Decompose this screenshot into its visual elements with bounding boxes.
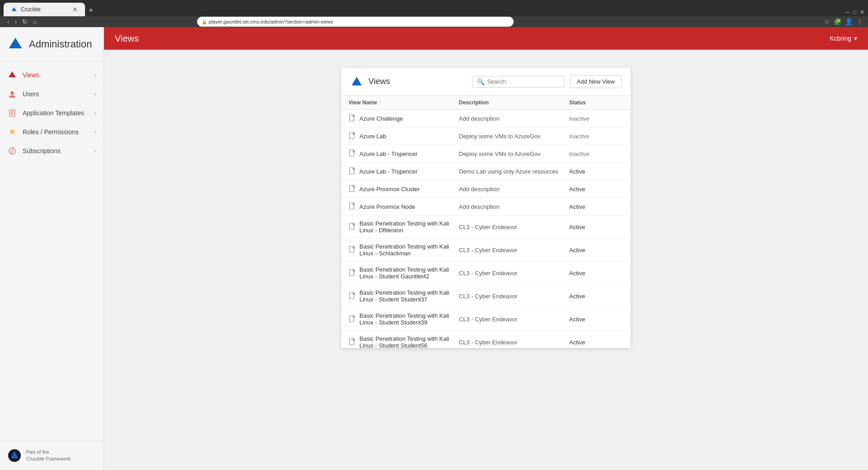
- app-container: Administration Views › Users ›: [0, 27, 868, 470]
- subscriptions-label: Subscriptions: [23, 147, 89, 155]
- forward-button[interactable]: ›: [13, 17, 19, 26]
- table-header-row: View Name ↑ Description Status: [341, 96, 631, 110]
- tab-close-button[interactable]: ✕: [72, 6, 78, 13]
- column-header-name[interactable]: View Name ↑: [349, 99, 459, 106]
- column-name-label: View Name: [349, 99, 377, 106]
- table-row[interactable]: Azure Lab - Trspencer Demo Lab using onl…: [341, 163, 631, 180]
- row-file-icon: [349, 150, 356, 158]
- row-file-icon: [349, 315, 356, 323]
- row-name-cell: Azure Lab - Trspencer: [349, 150, 459, 158]
- tab-bar: Crucible ✕ + ─ □ ✕: [0, 0, 868, 16]
- application-templates-label: Application Templates: [23, 109, 89, 117]
- back-button[interactable]: ‹: [5, 17, 11, 26]
- sidebar-header: Administration: [0, 27, 104, 62]
- bookmark-icon[interactable]: ☆: [824, 18, 830, 25]
- table-row[interactable]: Basic Penetration Testing with Kali Linu…: [341, 285, 631, 308]
- table-row[interactable]: Basic Penetration Testing with Kali Linu…: [341, 331, 631, 348]
- row-description-cell: CL3 - Cyber Endeavor: [459, 316, 569, 323]
- footer-logo-icon: [7, 448, 22, 463]
- views-table: View Name ↑ Description Status Azure Cha…: [341, 96, 631, 348]
- table-row[interactable]: Basic Penetration Testing with Kali Linu…: [341, 262, 631, 285]
- row-description-cell: CL3 - Cyber Endeavor: [459, 247, 569, 254]
- url-bar[interactable]: 🔒 player.gauntlet.sei.cmu.edu/admin?sect…: [197, 17, 514, 27]
- row-name: Azure Challenge: [359, 115, 403, 122]
- extensions-icon[interactable]: 🧩: [834, 18, 841, 25]
- sidebar-navigation: Views › Users › Application Templates ›: [0, 62, 104, 441]
- svg-marker-11: [352, 77, 362, 85]
- row-status-cell: Active: [569, 316, 623, 323]
- svg-point-3: [10, 91, 14, 95]
- tab-favicon-icon: [11, 6, 17, 13]
- footer-text: Part of the Crucible Framework: [26, 449, 71, 463]
- row-file-icon: [349, 292, 356, 300]
- minimize-button[interactable]: ─: [845, 9, 849, 15]
- subscriptions-icon: [7, 146, 17, 156]
- profile-icon[interactable]: 👤: [845, 18, 853, 25]
- row-name-cell: Azure Proxmox Cluster: [349, 185, 459, 193]
- sidebar-item-users[interactable]: Users ›: [0, 85, 104, 103]
- row-file-icon: [349, 223, 356, 231]
- row-name: Basic Penetration Testing with Kali Linu…: [359, 335, 459, 348]
- users-chevron-icon: ›: [94, 91, 96, 97]
- search-input[interactable]: [487, 78, 560, 85]
- footer-line2: Crucible Framework: [26, 456, 71, 462]
- row-description-cell: CL3 - Cyber Endeavor: [459, 339, 569, 346]
- sidebar-item-roles-permissions[interactable]: Roles / Permissions ›: [0, 122, 104, 141]
- footer-line1: Part of the: [26, 449, 71, 456]
- browser-tab-active[interactable]: Crucible ✕: [4, 3, 85, 16]
- search-icon: 🔍: [477, 78, 485, 85]
- table-row[interactable]: Azure Lab Deploy some VMs to AzureGov In…: [341, 127, 631, 145]
- row-name: Azure Proxmox Cluster: [359, 186, 420, 193]
- table-row[interactable]: Azure Proxmox Cluster Add description Ac…: [341, 180, 631, 198]
- add-new-view-button[interactable]: Add New View: [570, 75, 622, 88]
- menu-icon[interactable]: ⋮: [856, 18, 863, 25]
- new-tab-button[interactable]: +: [85, 6, 97, 15]
- row-description-cell: CL3 - Cyber Endeavor: [459, 270, 569, 277]
- row-name: Azure Lab: [359, 133, 386, 140]
- row-status-cell: Active: [569, 270, 623, 277]
- home-button[interactable]: ⌂: [31, 17, 38, 26]
- sidebar-item-subscriptions[interactable]: Subscriptions ›: [0, 141, 104, 160]
- row-status-cell: Active: [569, 168, 623, 175]
- close-button[interactable]: ✕: [860, 9, 864, 15]
- table-row[interactable]: Basic Penetration Testing with Kali Linu…: [341, 216, 631, 239]
- column-header-description: Description: [459, 99, 569, 106]
- sidebar-footer: Part of the Crucible Framework: [0, 441, 104, 470]
- top-bar: Views Kcbring ▾: [104, 27, 868, 50]
- table-row[interactable]: Basic Penetration Testing with Kali Linu…: [341, 308, 631, 331]
- search-box[interactable]: 🔍: [472, 76, 565, 88]
- user-menu-button[interactable]: Kcbring ▾: [830, 35, 857, 42]
- svg-marker-1: [9, 38, 22, 48]
- svg-marker-2: [9, 71, 16, 77]
- panel-header: Views 🔍 Add New View: [341, 68, 631, 96]
- row-name-cell: Basic Penetration Testing with Kali Linu…: [349, 243, 459, 257]
- row-description-cell: Add description: [459, 115, 569, 122]
- table-row[interactable]: Azure Challenge Add description Inactive: [341, 110, 631, 127]
- table-row[interactable]: Basic Penetration Testing with Kali Linu…: [341, 239, 631, 262]
- table-row[interactable]: Azure Lab - Trspencer Deploy some VMs to…: [341, 145, 631, 163]
- column-header-status: Status: [569, 99, 623, 106]
- users-icon: [7, 89, 17, 99]
- row-status-cell: Active: [569, 224, 623, 230]
- maximize-button[interactable]: □: [853, 9, 856, 15]
- roles-permissions-chevron-icon: ›: [94, 129, 96, 135]
- panel-logo-icon: [350, 75, 363, 88]
- row-description-cell: Demo Lab using only Azure resources: [459, 168, 569, 175]
- address-bar: ‹ › ↻ ⌂ 🔒 player.gauntlet.sei.cmu.edu/ad…: [0, 16, 868, 27]
- refresh-button[interactable]: ↻: [20, 17, 29, 26]
- row-description-cell: Add description: [459, 203, 569, 210]
- row-status-cell: Active: [569, 339, 623, 346]
- sidebar-item-views[interactable]: Views ›: [0, 66, 104, 85]
- row-name: Azure Proxmox Node: [359, 203, 415, 210]
- sidebar-item-application-templates[interactable]: Application Templates ›: [0, 103, 104, 122]
- roles-permissions-icon: [7, 127, 17, 137]
- row-name: Basic Penetration Testing with Kali Linu…: [359, 312, 459, 326]
- table-row[interactable]: Azure Proxmox Node Add description Activ…: [341, 198, 631, 216]
- row-description-cell: Add description: [459, 186, 569, 193]
- sort-icon: ↑: [379, 100, 381, 105]
- row-status-cell: Active: [569, 186, 623, 193]
- row-description-cell: Deploy some VMs to AzureGov: [459, 150, 569, 157]
- panel-title: Views: [368, 77, 467, 86]
- row-description-cell: CL3 - Cyber Endeavor: [459, 293, 569, 300]
- row-name-cell: Azure Challenge: [349, 114, 459, 122]
